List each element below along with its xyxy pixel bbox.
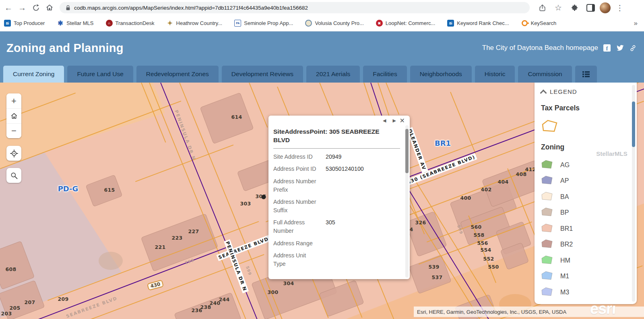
- parcel-line: [277, 87, 290, 117]
- side-panel-button[interactable]: [584, 2, 597, 14]
- tab-future-land-use[interactable]: Future Land Use: [67, 66, 133, 83]
- stellar-mls-watermark: StellarMLS: [596, 150, 627, 157]
- tab-overview-grid[interactable]: [575, 66, 597, 83]
- link-share-button[interactable]: [629, 44, 637, 52]
- popup-callout-tip: [268, 188, 269, 199]
- legend-item-label: HM: [560, 257, 570, 264]
- popup-nav: ◀ ▶: [383, 118, 396, 123]
- bookmarks-list: 8iTop Producer✱Stellar MLS∩TransactionDe…: [4, 20, 568, 27]
- tab-development-reviews[interactable]: Development Reviews: [222, 66, 303, 83]
- parcel-line: [386, 83, 399, 114]
- tab-facilities[interactable]: Facilities: [363, 66, 407, 83]
- bookmark-item[interactable]: Volusia County Pro...: [305, 20, 363, 27]
- forward-button[interactable]: →: [15, 2, 29, 14]
- popup-field-value: [326, 239, 397, 248]
- popup-field-value: 305: [326, 218, 397, 235]
- zoom-in-button[interactable]: +: [6, 93, 21, 108]
- legend-swatch-hm: [541, 255, 553, 266]
- list-icon: [582, 71, 590, 77]
- popup-close-button[interactable]: ✕: [400, 117, 405, 124]
- zoom-out-button[interactable]: −: [6, 123, 21, 138]
- bookmark-item[interactable]: ✖LoopNet: Commerc...: [376, 20, 436, 27]
- map-home-icon: [10, 112, 18, 120]
- legend-item-br1: BR1: [541, 221, 637, 237]
- bookmark-item[interactable]: 8iKeyword Rank Chec...: [447, 20, 509, 27]
- legend-item-ag: AG: [541, 157, 637, 173]
- zoom-control-group: + −: [6, 93, 21, 138]
- bookmark-label: Heathrow Country...: [176, 20, 223, 26]
- locate-crosshair-icon: [10, 149, 19, 158]
- parcel-number-label: 326: [415, 220, 426, 226]
- parcel-number-label: 205: [10, 305, 21, 311]
- bookmarks-overflow-chevron[interactable]: »: [634, 19, 638, 27]
- parcel-number-label: 209: [58, 296, 69, 302]
- lock-icon: [65, 5, 71, 11]
- search-icon: [10, 172, 18, 180]
- legend-item-label: BA: [560, 193, 569, 201]
- facebook-icon: f: [603, 44, 611, 52]
- tab-bar: Current ZoningFuture Land UseRedevelopme…: [0, 64, 644, 83]
- map-home-button[interactable]: [6, 108, 21, 123]
- legend-zoning-items: AGAPBABPBR1BR2HMM1M3: [541, 157, 637, 300]
- street-name-faint-label: 599: [245, 265, 253, 276]
- legend-scrollbar-thumb[interactable]: [632, 102, 635, 147]
- volusia-favicon: [305, 20, 312, 27]
- legend-swatch-m3: [541, 287, 553, 298]
- tab-neighborhoods[interactable]: Neighborhoods: [410, 66, 472, 83]
- legend-toggle[interactable]: LEGEND: [541, 88, 637, 95]
- legend-item-label: BP: [560, 209, 569, 216]
- tab-current-zoning[interactable]: Current Zoning: [3, 66, 64, 83]
- popup-field-label: Site Address ID: [273, 153, 318, 161]
- extensions-button[interactable]: [568, 2, 581, 14]
- bookmark-item[interactable]: ∩TransactionDesk: [106, 20, 155, 27]
- map-canvas[interactable]: 6146153033052272232216082092072052032362…: [0, 83, 644, 319]
- legend-item-label: M1: [560, 273, 569, 280]
- address-bar[interactable]: codb.maps.arcgis.com/apps/MapSeries/inde…: [60, 2, 530, 13]
- legend-swatch-ap: [541, 175, 553, 186]
- legend-swatch-m1: [541, 271, 553, 282]
- locate-button[interactable]: [6, 146, 21, 161]
- profile-avatar[interactable]: [600, 2, 611, 13]
- bookmark-item[interactable]: ✱Stellar MLS: [57, 20, 93, 27]
- popup-field-value: [326, 198, 397, 214]
- popup-scrollbar-thumb[interactable]: [405, 129, 409, 173]
- map-search-button[interactable]: [6, 168, 21, 183]
- transactiondesk-favicon: ∩: [106, 20, 113, 27]
- tab-redevelopment-zones[interactable]: Redevelopment Zones: [136, 66, 219, 83]
- facebook-button[interactable]: f: [603, 44, 611, 52]
- browser-menu-button[interactable]: ⋮: [613, 2, 627, 14]
- city-homepage-link[interactable]: The City of Daytona Beach homepage: [482, 44, 598, 52]
- legend-swatch-br2: [541, 239, 553, 250]
- parcel-number-label: 207: [25, 299, 35, 305]
- toolbar-actions: ☆ ⋮: [535, 2, 627, 14]
- bookmark-star-button[interactable]: ☆: [551, 2, 565, 14]
- next-feature-button[interactable]: ▶: [393, 118, 396, 123]
- bookmark-label: KeySearch: [531, 20, 557, 26]
- reload-button[interactable]: [29, 2, 43, 14]
- share-button[interactable]: [535, 2, 549, 14]
- bookmark-item[interactable]: 8iTop Producer: [4, 20, 45, 27]
- parcel-number-label: 537: [432, 274, 443, 280]
- tab-2021-aerials[interactable]: 2021 Aerials: [306, 66, 360, 83]
- parcel-number-label: 4: [410, 226, 413, 232]
- legend-title: LEGEND: [550, 88, 577, 95]
- bookmark-label: TransactionDesk: [116, 20, 155, 26]
- back-button[interactable]: ←: [2, 2, 15, 14]
- address-point-marker[interactable]: [262, 195, 266, 199]
- parcel-number-label: 400: [460, 195, 471, 201]
- twitter-button[interactable]: [616, 45, 624, 52]
- bookmark-item[interactable]: ✦Heathrow Country...: [167, 20, 223, 27]
- home-button[interactable]: [43, 2, 56, 14]
- bookmark-item[interactable]: KeySearch: [521, 20, 557, 27]
- legend-item-label: M3: [560, 289, 569, 296]
- bookmark-item[interactable]: PASeminole Prop App...: [234, 20, 293, 27]
- popup-field-label: Address Number Suffix: [273, 198, 318, 214]
- chevron-up-icon: [540, 89, 547, 96]
- building-footprint: [200, 92, 254, 144]
- popup-field-value: [326, 177, 397, 194]
- previous-feature-button[interactable]: ◀: [383, 118, 386, 123]
- tab-commission[interactable]: Commission: [518, 66, 572, 83]
- tab-historic[interactable]: Historic: [475, 66, 515, 83]
- tax-parcel-swatch: [541, 119, 637, 134]
- parcel-number-label: 304: [283, 280, 294, 286]
